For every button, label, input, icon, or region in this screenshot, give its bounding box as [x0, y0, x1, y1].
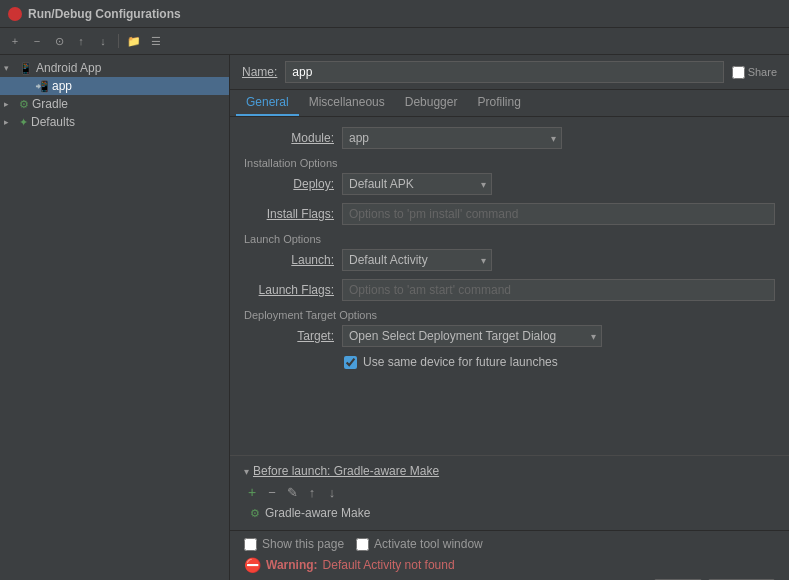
launch-label: Launch:	[244, 253, 334, 267]
tab-miscellaneous[interactable]: Miscellaneous	[299, 90, 395, 116]
launch-item-gradle: ⚙ Gradle-aware Make	[246, 504, 775, 522]
separator	[118, 34, 119, 48]
sidebar-item-gradle[interactable]: ▸ ⚙ Gradle	[0, 95, 229, 113]
tabs-bar: General Miscellaneous Debugger Profiling	[230, 90, 789, 117]
deploy-row: Deploy: Default APK	[244, 173, 775, 195]
target-row: Target: Open Select Deployment Target Di…	[244, 325, 775, 347]
launch-flags-row: Launch Flags:	[244, 279, 775, 301]
same-device-label: Use same device for future launches	[363, 355, 558, 369]
install-flags-row: Install Flags:	[244, 203, 775, 225]
folder-button[interactable]: 📁	[125, 32, 143, 50]
window-close-icon[interactable]	[8, 7, 22, 21]
gradle-make-icon: ⚙	[250, 507, 260, 520]
sidebar-item-label: Gradle	[32, 97, 68, 111]
sidebar-item-app[interactable]: 📲 app	[0, 77, 229, 95]
before-launch-label: Before launch: Gradle-aware Make	[253, 464, 439, 478]
name-row: Name: Share	[230, 55, 789, 90]
launch-flags-input[interactable]	[342, 279, 775, 301]
activate-window-label: Activate tool window	[374, 537, 483, 551]
sort-button[interactable]: ☰	[147, 32, 165, 50]
warning-icon: ⛔	[244, 557, 261, 573]
deploy-label: Deploy:	[244, 177, 334, 191]
launch-section: Launch Options	[244, 233, 775, 245]
name-label: Name:	[242, 65, 277, 79]
launch-add-button[interactable]: +	[244, 484, 260, 500]
install-flags-input[interactable]	[342, 203, 775, 225]
launch-flags-label: Launch Flags:	[244, 283, 334, 297]
show-page-checkbox[interactable]	[244, 538, 257, 551]
sidebar-item-label: app	[52, 79, 72, 93]
share-label: Share	[748, 66, 777, 78]
activate-window-checkbox[interactable]	[356, 538, 369, 551]
warning-bold: Warning:	[266, 558, 318, 572]
share-checkbox-row: Share	[732, 66, 777, 79]
deploy-select-wrapper: Default APK	[342, 173, 492, 195]
move-down-button[interactable]: ↓	[94, 32, 112, 50]
module-select[interactable]: app	[342, 127, 562, 149]
launch-toolbar: + − ✎ ↑ ↓	[244, 484, 775, 500]
deployment-section: Deployment Target Options	[244, 309, 775, 321]
launch-up-button[interactable]: ↑	[304, 484, 320, 500]
module-select-wrapper: app	[342, 127, 562, 149]
sidebar-tree: ▾ 📱 Android App 📲 app ▸ ⚙ Gradle ▸ ✦ Def…	[0, 55, 229, 580]
tab-general[interactable]: General	[236, 90, 299, 116]
activate-window-item: Activate tool window	[356, 537, 483, 551]
tab-profiling[interactable]: Profiling	[467, 90, 530, 116]
chevron-down-icon: ▾	[4, 63, 16, 73]
right-panel: Name: Share General Miscellaneous Debugg…	[230, 55, 789, 580]
installation-section: Installation Options	[244, 157, 775, 169]
module-label: Module:	[244, 131, 334, 145]
remove-button[interactable]: −	[28, 32, 46, 50]
launch-remove-button[interactable]: −	[264, 484, 280, 500]
tab-debugger[interactable]: Debugger	[395, 90, 468, 116]
target-label: Target:	[244, 329, 334, 343]
launch-row: Launch: Default Activity	[244, 249, 775, 271]
same-device-row: Use same device for future launches	[344, 355, 775, 369]
sidebar-item-defaults[interactable]: ▸ ✦ Defaults	[0, 113, 229, 131]
add-button[interactable]: +	[6, 32, 24, 50]
sidebar: ▾ 📱 Android App 📲 app ▸ ⚙ Gradle ▸ ✦ Def…	[0, 55, 230, 580]
show-page-label: Show this page	[262, 537, 344, 551]
same-device-checkbox[interactable]	[344, 356, 357, 369]
chevron-down-icon: ▾	[244, 466, 249, 477]
install-flags-label: Install Flags:	[244, 207, 334, 221]
chevron-right-icon: ▸	[4, 99, 16, 109]
show-row: Show this page Activate tool window	[244, 537, 775, 551]
move-up-button[interactable]: ↑	[72, 32, 90, 50]
android-icon: 📱	[19, 62, 33, 75]
before-launch-section: ▾ Before launch: Gradle-aware Make + − ✎…	[230, 455, 789, 530]
main-toolbar: + − ⊙ ↑ ↓ 📁 ☰	[0, 28, 789, 55]
defaults-icon: ✦	[19, 116, 28, 129]
show-page-item: Show this page	[244, 537, 344, 551]
main-content: ▾ 📱 Android App 📲 app ▸ ⚙ Gradle ▸ ✦ Def…	[0, 55, 789, 580]
warning-row: ⛔ Warning: Default Activity not found	[244, 557, 775, 573]
launch-select-wrapper: Default Activity	[342, 249, 492, 271]
gradle-icon: ⚙	[19, 98, 29, 111]
app-icon: 📲	[35, 80, 49, 93]
copy-button[interactable]: ⊙	[50, 32, 68, 50]
sidebar-item-label: Defaults	[31, 115, 75, 129]
sidebar-item-label: Android App	[36, 61, 101, 75]
before-launch-header[interactable]: ▾ Before launch: Gradle-aware Make	[244, 464, 775, 478]
title-bar: Run/Debug Configurations	[0, 0, 789, 28]
form-area: Module: app Installation Options Deploy:…	[230, 117, 789, 451]
warning-text: Default Activity not found	[323, 558, 455, 572]
launch-edit-button[interactable]: ✎	[284, 484, 300, 500]
target-select[interactable]: Open Select Deployment Target Dialog	[342, 325, 602, 347]
chevron-right-icon: ▸	[4, 117, 16, 127]
launch-select[interactable]: Default Activity	[342, 249, 492, 271]
deploy-select[interactable]: Default APK	[342, 173, 492, 195]
launch-down-button[interactable]: ↓	[324, 484, 340, 500]
target-select-wrapper: Open Select Deployment Target Dialog	[342, 325, 602, 347]
module-row: Module: app	[244, 127, 775, 149]
launch-item-label: Gradle-aware Make	[265, 506, 370, 520]
window-title: Run/Debug Configurations	[28, 7, 181, 21]
name-input[interactable]	[285, 61, 723, 83]
sidebar-item-android-app[interactable]: ▾ 📱 Android App	[0, 59, 229, 77]
share-checkbox[interactable]	[732, 66, 745, 79]
bottom-area: Show this page Activate tool window ⛔ Wa…	[230, 530, 789, 580]
